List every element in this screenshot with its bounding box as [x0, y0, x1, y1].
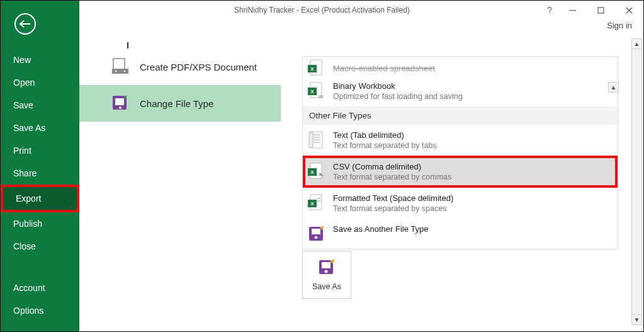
file-type-panel: ▲ X Macro-enabled spreadsheet X01 Binary…	[302, 56, 618, 249]
window-title: ShriNidhy Tracker - Excel (Product Activ…	[234, 6, 410, 14]
file-type-formatted-text[interactable]: X Formatted Text (Space delimited) Text …	[303, 188, 618, 219]
panel-scroll-up[interactable]: ▲	[608, 82, 619, 93]
nav-share[interactable]: Share	[1, 162, 79, 185]
backstage-content: Create PDF/XPS Document Change File Type…	[79, 36, 643, 331]
file-type-binary-workbook[interactable]: X01 Binary Workbook Optimized for fast l…	[303, 76, 618, 106]
file-type-column: ▲ X Macro-enabled spreadsheet X01 Binary…	[281, 36, 643, 331]
nav-close[interactable]: Close	[1, 235, 79, 258]
svg-text:a,: a,	[319, 171, 324, 177]
svg-point-6	[115, 71, 117, 72]
svg-point-38	[325, 270, 328, 273]
file-type-texts: CSV (Comma delimited) Text format separa…	[333, 162, 451, 181]
save-as-icon	[308, 224, 324, 243]
sign-in-link[interactable]: Sign in	[607, 21, 632, 30]
highlight-export: Export	[1, 185, 79, 212]
export-options-column: Create PDF/XPS Document Change File Type	[79, 36, 281, 331]
highlight-csv: Xa, CSV (Comma delimited) Text format se…	[303, 156, 618, 188]
nav-new[interactable]: New	[1, 49, 79, 71]
csv-file-icon: Xa,	[308, 162, 324, 181]
file-type-title: Save as Another File Type	[333, 224, 429, 234]
export-option-label: Create PDF/XPS Document	[140, 62, 257, 72]
svg-rect-37	[322, 262, 330, 268]
export-change-file-type[interactable]: Change File Type	[79, 85, 281, 122]
xlsm-icon: X	[308, 59, 324, 77]
scroll-up-icon[interactable]: ▲	[631, 38, 642, 49]
nav-account[interactable]: Account	[1, 277, 79, 299]
svg-rect-34	[312, 229, 320, 234]
scroll-track[interactable]	[631, 49, 642, 314]
svg-rect-1	[598, 8, 604, 13]
pdf-xps-icon	[111, 57, 130, 76]
xlsb-icon: X01	[308, 81, 324, 100]
file-type-title: Binary Workbook	[333, 81, 463, 91]
save-as-button-icon	[317, 258, 336, 277]
file-type-desc: Text format separated by tabs	[333, 141, 437, 150]
nav-export[interactable]: Export	[3, 187, 77, 210]
svg-rect-23	[309, 132, 313, 147]
svg-rect-9	[115, 98, 124, 105]
file-type-desc: Optimized for fast loading and saving	[333, 92, 463, 101]
text-file-icon	[308, 130, 324, 149]
file-type-title: Formatted Text (Space delimited)	[333, 193, 453, 203]
vertical-scrollbar[interactable]: ▲ ▼	[631, 38, 642, 325]
nav-save-as[interactable]: Save As	[1, 117, 79, 139]
file-type-texts: Formatted Text (Space delimited) Text fo…	[333, 193, 453, 213]
nav-open[interactable]: Open	[1, 71, 79, 94]
section-header-other: Other File Types	[303, 106, 618, 125]
scroll-down-icon[interactable]: ▼	[631, 314, 642, 325]
nav-print[interactable]: Print	[1, 139, 79, 162]
prn-file-icon: X	[308, 193, 324, 212]
svg-text:X: X	[310, 169, 314, 175]
minimize-button[interactable]	[558, 1, 587, 19]
nav-separator	[1, 258, 79, 277]
svg-point-10	[119, 106, 121, 109]
svg-text:X: X	[310, 66, 314, 72]
nav-options[interactable]: Options	[1, 299, 79, 322]
svg-point-7	[124, 71, 126, 72]
backstage-sidebar: New Open Save Save As Print Share Export…	[1, 1, 79, 331]
nav-save[interactable]: Save	[1, 94, 79, 117]
svg-point-35	[315, 236, 318, 239]
close-button[interactable]	[615, 1, 643, 19]
file-type-title: CSV (Comma delimited)	[333, 162, 451, 171]
help-button[interactable]: ?	[541, 5, 558, 15]
titlebar: ShriNidhy Tracker - Excel (Product Activ…	[1, 1, 643, 20]
svg-rect-5	[112, 69, 128, 74]
heading-cut	[79, 36, 281, 49]
file-type-title: Text (Tab delimited)	[333, 130, 437, 140]
file-type-csv[interactable]: Xa, CSV (Comma delimited) Text format se…	[305, 158, 615, 185]
svg-text:X: X	[310, 89, 314, 94]
nav-publish[interactable]: Publish	[1, 212, 79, 235]
save-as-button[interactable]: Save As	[302, 251, 351, 299]
file-type-desc: Text format separated by spaces	[333, 204, 453, 213]
export-option-label: Change File Type	[140, 98, 213, 109]
file-type-another[interactable]: Save as Another File Type	[303, 219, 618, 249]
file-type-text-tab[interactable]: Text (Tab delimited) Text format separat…	[303, 125, 618, 156]
file-type-desc: Text format separated by commas	[333, 173, 451, 181]
change-file-type-icon	[111, 94, 130, 113]
window-controls: ?	[541, 1, 643, 19]
file-type-title: Macro-enabled spreadsheet	[333, 64, 435, 73]
svg-text:X: X	[310, 201, 314, 207]
file-type-texts: Binary Workbook Optimized for fast loadi…	[333, 81, 463, 101]
save-as-button-label: Save As	[312, 282, 341, 291]
export-create-pdf-xps[interactable]: Create PDF/XPS Document	[79, 49, 281, 85]
maximize-button[interactable]	[587, 1, 615, 19]
file-type-texts: Save as Another File Type	[333, 224, 429, 234]
svg-text:01: 01	[319, 94, 324, 98]
file-type-texts: Text (Tab delimited) Text format separat…	[333, 130, 437, 150]
file-type-row-cut[interactable]: X Macro-enabled spreadsheet	[303, 57, 618, 76]
back-button[interactable]	[14, 13, 36, 35]
